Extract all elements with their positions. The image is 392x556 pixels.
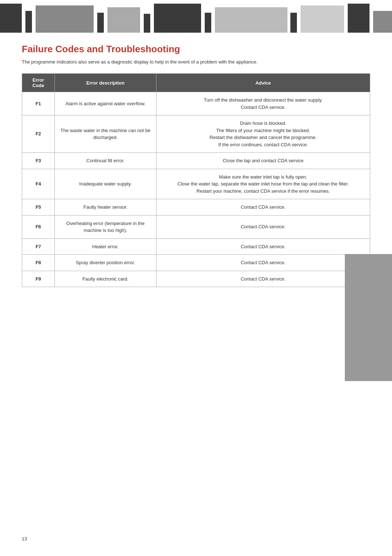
error-code-cell: F2 bbox=[22, 115, 55, 153]
error-description-cell: Faulty heater sensor. bbox=[55, 199, 156, 216]
svg-rect-12 bbox=[373, 11, 392, 33]
table-row: F4Inadequate water supply.Make sure the … bbox=[22, 169, 370, 199]
svg-rect-5 bbox=[144, 14, 150, 33]
error-code-cell: F4 bbox=[22, 169, 55, 199]
error-code-cell: F7 bbox=[22, 238, 55, 255]
error-advice-cell: Make sure the water inlet tap is fully o… bbox=[156, 169, 370, 199]
table-row: F3Continual fill error.Close the tap and… bbox=[22, 153, 370, 169]
svg-rect-8 bbox=[215, 7, 287, 33]
error-description-cell: Alarm is active against water overflow. bbox=[55, 92, 156, 115]
page-subtitle: The programme indicators also serve as a… bbox=[22, 59, 370, 65]
error-advice-cell: Contact CDA service. bbox=[156, 199, 370, 216]
table-row: F5Faulty heater sensor.Contact CDA servi… bbox=[22, 199, 370, 216]
svg-rect-7 bbox=[205, 13, 211, 33]
error-code-cell: F3 bbox=[22, 153, 55, 169]
svg-rect-0 bbox=[0, 4, 22, 33]
error-description-cell: Heater error. bbox=[55, 238, 156, 255]
svg-rect-4 bbox=[107, 7, 140, 33]
right-decoration bbox=[345, 254, 392, 381]
col-header-code: Error Code bbox=[22, 74, 55, 92]
table-row: F6Overheating error (temperature in the … bbox=[22, 215, 370, 238]
svg-rect-2 bbox=[36, 5, 94, 33]
table-row: F1Alarm is active against water overflow… bbox=[22, 92, 370, 115]
svg-rect-11 bbox=[348, 4, 369, 33]
error-advice-cell: Turn off the dishwasher and disconnect t… bbox=[156, 92, 370, 115]
svg-rect-10 bbox=[301, 5, 344, 33]
error-code-cell: F1 bbox=[22, 92, 55, 115]
error-code-cell: F6 bbox=[22, 215, 55, 238]
table-row: F8Spray diverter position error.Contact … bbox=[22, 255, 370, 271]
svg-rect-1 bbox=[25, 11, 32, 33]
error-description-cell: The waste water in the machine can not b… bbox=[55, 115, 156, 153]
top-decoration bbox=[0, 0, 392, 33]
table-row: F7Heater error.Contact CDA service. bbox=[22, 238, 370, 255]
error-advice-cell: Contact CDA service. bbox=[156, 238, 370, 255]
error-advice-cell: Contact CDA service. bbox=[156, 271, 370, 287]
error-advice-cell: Close the tap and contact CDA service bbox=[156, 153, 370, 169]
error-description-cell: Inadequate water supply. bbox=[55, 169, 156, 199]
page-title: Failure Codes and Troubleshooting bbox=[22, 44, 370, 55]
error-description-cell: Overheating error (temperature in the ma… bbox=[55, 215, 156, 238]
error-description-cell: Spray diverter position error. bbox=[55, 255, 156, 271]
table-row: F9Faulty electronic card.Contact CDA ser… bbox=[22, 271, 370, 287]
error-code-cell: F9 bbox=[22, 271, 55, 287]
error-advice-cell: Drain hose is blocked.The filters of you… bbox=[156, 115, 370, 153]
page-number: 13 bbox=[22, 536, 27, 541]
error-codes-table: Error Code Error description Advice F1Al… bbox=[22, 73, 370, 287]
col-header-advice: Advice bbox=[156, 74, 370, 92]
error-description-cell: Faulty electronic card. bbox=[55, 271, 156, 287]
table-row: F2The waste water in the machine can not… bbox=[22, 115, 370, 153]
error-code-cell: F8 bbox=[22, 255, 55, 271]
error-description-cell: Continual fill error. bbox=[55, 153, 156, 169]
error-advice-cell: Contact CDA service. bbox=[156, 255, 370, 271]
error-code-cell: F5 bbox=[22, 199, 55, 216]
svg-rect-9 bbox=[290, 13, 297, 33]
error-advice-cell: Contact CDA service. bbox=[156, 215, 370, 238]
col-header-description: Error description bbox=[55, 74, 156, 92]
svg-rect-6 bbox=[154, 4, 201, 33]
svg-rect-3 bbox=[97, 13, 104, 33]
